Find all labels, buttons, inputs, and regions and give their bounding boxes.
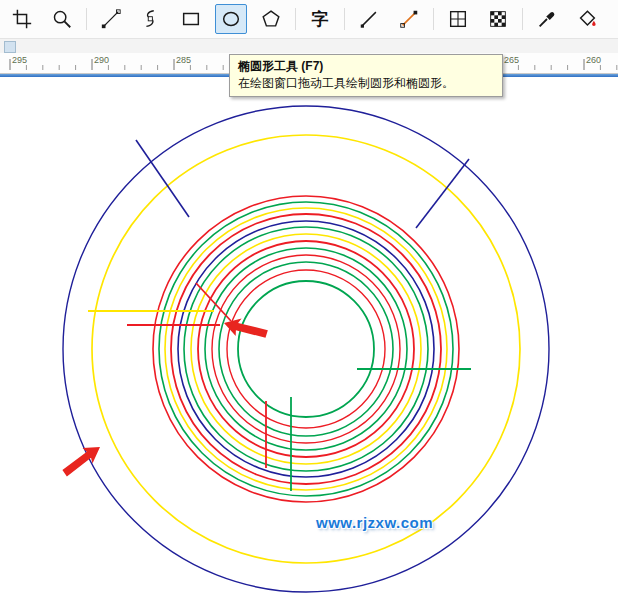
drawing-segment-navy[interactable] [416, 159, 469, 228]
ruler-number: 260 [586, 55, 601, 65]
drawing-circle-navy[interactable] [178, 221, 434, 477]
annotation-arrow[interactable] [58, 440, 105, 480]
interactive-fill-tool[interactable] [611, 4, 618, 34]
tooltip-title: 椭圆形工具 (F7) [238, 58, 494, 74]
rectangle-tool[interactable] [175, 4, 207, 34]
eyedropper-tool[interactable] [531, 4, 563, 34]
toolbar-separator [344, 8, 345, 30]
drawing-circle-navy[interactable] [63, 106, 549, 592]
eyedropper-icon [536, 8, 558, 30]
straight-line-icon [358, 8, 380, 30]
line-tool[interactable] [353, 4, 385, 34]
checker-pattern-icon [487, 8, 509, 30]
ruler-number: 265 [504, 55, 519, 65]
drawing-circle-red[interactable] [212, 255, 400, 443]
bezier-tool[interactable] [135, 4, 167, 34]
freehand-line-icon [100, 8, 122, 30]
toolbar-separator [522, 8, 523, 30]
ruler-number: 285 [176, 55, 191, 65]
graph-paper-tool[interactable] [442, 4, 474, 34]
crop-tool[interactable] [6, 4, 38, 34]
text-tool-icon: 字 [312, 11, 329, 28]
drawing-circle-yellow[interactable] [92, 135, 520, 563]
tooltip-body: 在绘图窗口拖动工具绘制圆形和椭圆形。 [238, 75, 494, 91]
ellipse-icon [220, 8, 242, 30]
tooltip: 椭圆形工具 (F7) 在绘图窗口拖动工具绘制圆形和椭圆形。 [229, 54, 503, 97]
drawing-circle-green[interactable] [205, 248, 407, 450]
paint-bucket-icon [576, 8, 598, 30]
rectangle-icon [180, 8, 202, 30]
ruler-number: 290 [94, 55, 109, 65]
drawing-circle-green[interactable] [159, 202, 453, 496]
ellipse-tool[interactable] [215, 4, 247, 34]
drawing-circle-red[interactable] [198, 241, 414, 457]
magnifier-icon [51, 8, 73, 30]
freehand-tool[interactable] [95, 4, 127, 34]
connector-line-icon [398, 8, 420, 30]
toolbar-separator [86, 8, 87, 30]
graph-paper-icon [447, 8, 469, 30]
drawing-circle-green[interactable] [219, 262, 393, 436]
ruler-number: 295 [12, 55, 27, 65]
drawing-circle-green[interactable] [184, 227, 428, 471]
bezier-curve-icon [140, 8, 162, 30]
drawing-circle-yellow[interactable] [165, 208, 447, 490]
polygon-tool[interactable] [255, 4, 287, 34]
toolbar-separator [295, 8, 296, 30]
document-strip [0, 39, 618, 53]
checker-pattern-tool[interactable] [482, 4, 514, 34]
connector-tool[interactable] [393, 4, 425, 34]
drawing-circle-red[interactable] [227, 270, 385, 428]
zoom-tool[interactable] [46, 4, 78, 34]
watermark: www.rjzxw.com [316, 514, 433, 531]
drawing-circle-yellow[interactable] [191, 234, 421, 464]
scroll-origin-box[interactable] [4, 41, 16, 53]
polygon-icon [260, 8, 282, 30]
toolbar-separator [433, 8, 434, 30]
toolbar: 字 [0, 0, 618, 39]
drawing-circle-green[interactable] [238, 281, 374, 417]
drawing-segment-navy[interactable] [136, 140, 189, 217]
text-tool[interactable]: 字 [304, 4, 336, 34]
crop-icon [11, 8, 33, 30]
paint-bucket-tool[interactable] [571, 4, 603, 34]
